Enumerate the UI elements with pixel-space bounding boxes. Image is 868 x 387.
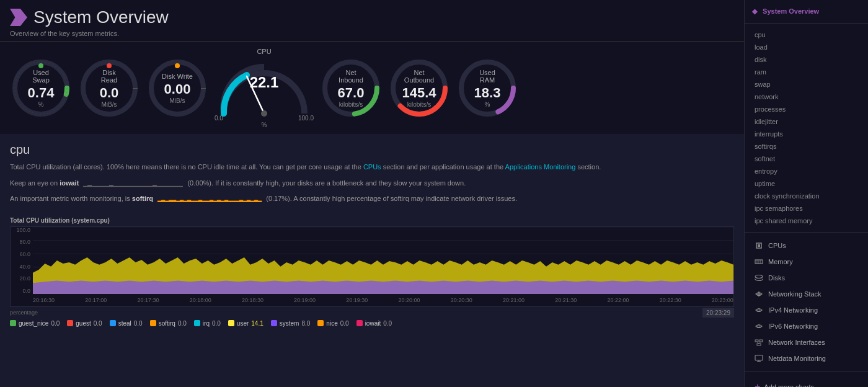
net-inbound-gauge: Net Inbound 67.0 kilobits/s <box>320 57 382 119</box>
sidebar-group-cpus[interactable]: CPUs <box>745 238 868 254</box>
add-charts-icon: + <box>755 382 760 387</box>
sidebar-item-ipc-shared[interactable]: ipc shared memory <box>745 215 868 227</box>
sidebar-group-memory[interactable]: Memory <box>745 254 868 270</box>
sidebar-group-netdata[interactable]: Netdata Monitoring <box>745 350 868 367</box>
sidebar-item-processes[interactable]: processes <box>745 103 868 115</box>
legend-item-guest-nice: guest_nice 0.0 <box>10 320 60 327</box>
chart-bottom-bar: percentage 20:23:29 <box>10 308 734 318</box>
memory-icon <box>755 257 763 266</box>
svg-marker-25 <box>33 280 733 294</box>
legend-color-system <box>271 320 277 326</box>
sidebar-group-ipv4[interactable]: IPv4 Networking <box>745 302 868 318</box>
used-ram-gauge: Used RAM 18.3 % <box>456 57 518 119</box>
sidebar-item-disk[interactable]: disk <box>745 53 868 66</box>
cpu-icon <box>755 241 763 250</box>
chart-legend: guest_nice 0.0 guest 0.0 steal 0.0 softi… <box>10 320 734 327</box>
sidebar-item-interrupts[interactable]: interrupts <box>745 128 868 140</box>
legend-color-guest-nice <box>10 320 16 326</box>
sidebar-item-cpu[interactable]: cpu <box>745 29 868 41</box>
sidebar-item-swap[interactable]: swap <box>745 78 868 91</box>
sidebar-group-networking[interactable]: Networking Stack <box>745 286 868 302</box>
legend-color-user <box>228 320 234 326</box>
cpu-section: cpu Total CPU utilization (all cores). 1… <box>0 135 744 217</box>
used-swap-gauge: Used Swap 0.74 % <box>10 57 72 119</box>
sidebar-nav-section: cpu load disk ram swap network processes… <box>745 24 868 233</box>
monitor-icon <box>755 354 763 363</box>
header-logo-icon <box>10 9 27 26</box>
header: System Overview Overview of the key syst… <box>0 0 744 42</box>
legend-color-steal <box>110 320 116 326</box>
legend-item-guest: guest 0.0 <box>67 320 102 327</box>
cpu-speedometer: 22.1 <box>215 58 314 120</box>
header-title-row: System Overview <box>10 7 734 27</box>
add-more-charts-btn[interactable]: + Add more charts <box>745 377 868 387</box>
page-title: System Overview <box>33 7 169 27</box>
disk-write-circle: Disk Write 0.00 MiB/s <box>146 57 208 119</box>
svg-rect-27 <box>758 244 760 247</box>
network-icon <box>755 290 763 298</box>
used-swap-circle: Used Swap 0.74 % <box>10 57 72 119</box>
softirq-label: softirq <box>132 194 153 205</box>
net-outbound-gauge: Net Outbound 145.4 kilobits/s <box>388 57 450 119</box>
cpu-section-title: cpu <box>10 143 734 157</box>
svg-rect-40 <box>755 340 758 342</box>
legend-color-nice <box>317 320 324 326</box>
legend-color-softirq <box>150 320 156 326</box>
legend-item-irq: irq 0.0 <box>194 320 221 327</box>
sidebar-item-uptime[interactable]: uptime <box>745 177 868 190</box>
svg-point-3 <box>38 63 43 68</box>
used-ram-value: Used RAM 18.3 % <box>472 69 503 108</box>
svg-rect-42 <box>757 344 761 345</box>
app-monitoring-link[interactable]: Applications Monitoring <box>505 163 576 171</box>
cpu-chart-wrapper[interactable]: 100.0 80.0 60.0 40.0 20.0 0.0 <box>10 226 734 307</box>
sidebar-item-ram[interactable]: ram <box>745 66 868 78</box>
interface-icon <box>755 338 763 347</box>
sidebar-groups-section: CPUs Memory Disks Networking Stack IPv4 … <box>745 233 868 372</box>
sidebar-item-network[interactable]: network <box>745 91 868 103</box>
disk-read-circle: Disk Read 0.0 MiB/s <box>78 57 140 119</box>
chart-timestamp: 20:23:29 <box>702 308 734 318</box>
header-subtitle: Overview of the key system metrics. <box>10 30 734 37</box>
iowait-label: iowait <box>60 178 79 189</box>
cpu-gauge: CPU 22.1 0.0 100.0 <box>215 48 314 128</box>
disk-read-value: Disk Read 0.0 MiB/s <box>94 69 125 108</box>
svg-point-6 <box>107 63 112 68</box>
sidebar: ◆ System Overview cpu load disk ram swap… <box>744 0 868 387</box>
sidebar-item-softnet[interactable]: softnet <box>745 153 868 165</box>
disk-write-value: Disk Write 0.00 MiB/s <box>162 73 193 104</box>
sidebar-item-system-overview[interactable]: ◆ System Overview <box>745 5 868 18</box>
net-inbound-circle: Net Inbound 67.0 kilobits/s <box>320 57 382 119</box>
sidebar-item-idlejitter[interactable]: idlejitter <box>745 115 868 128</box>
svg-point-9 <box>175 63 180 68</box>
svg-rect-45 <box>755 355 763 360</box>
disk-write-gauge: Disk Write 0.00 MiB/s <box>146 57 208 119</box>
legend-color-guest <box>67 320 73 326</box>
sidebar-group-ipv6[interactable]: IPv6 Networking <box>745 318 868 334</box>
legend-item-user: user 14.1 <box>228 320 264 327</box>
cpu-description: Total CPU utilization (all cores). 100% … <box>10 162 734 173</box>
legend-item-softirq: softirq 0.0 <box>150 320 187 327</box>
cpus-link[interactable]: CPUs <box>363 163 381 171</box>
sidebar-group-disks[interactable]: Disks <box>745 270 868 286</box>
sidebar-item-entropy[interactable]: entropy <box>745 165 868 177</box>
chart-title: Total CPU utilization (system.cpu) <box>10 217 734 224</box>
disk-icon <box>755 274 763 282</box>
ipv4-icon <box>755 306 763 314</box>
x-axis: 20:16:30 20:17:00 20:17:30 20:18:00 20:1… <box>33 294 733 306</box>
legend-item-nice: nice 0.0 <box>317 320 348 327</box>
sidebar-item-clock-sync[interactable]: clock synchronization <box>745 190 868 202</box>
net-outbound-value: Net Outbound 145.4 kilobits/s <box>402 69 436 108</box>
x-axis-unit: percentage <box>10 309 38 316</box>
svg-point-39 <box>758 325 760 327</box>
sidebar-group-net-interfaces[interactable]: Network Interfaces <box>745 334 868 350</box>
sidebar-item-softirqs[interactable]: softirqs <box>745 140 868 153</box>
used-ram-circle: Used RAM 18.3 % <box>456 57 518 119</box>
sidebar-item-ipc-semaphores[interactable]: ipc semaphores <box>745 202 868 215</box>
sidebar-item-load[interactable]: load <box>745 41 868 53</box>
main-content: System Overview Overview of the key syst… <box>0 0 744 387</box>
y-axis: 100.0 80.0 60.0 40.0 20.0 0.0 <box>11 227 33 294</box>
legend-item-steal: steal 0.0 <box>110 320 143 327</box>
sidebar-active-section: ◆ System Overview <box>745 0 868 24</box>
cpu-softirq-line: An important metric worth monitoring, is… <box>10 194 734 205</box>
disk-read-gauge: Disk Read 0.0 MiB/s <box>78 57 140 119</box>
